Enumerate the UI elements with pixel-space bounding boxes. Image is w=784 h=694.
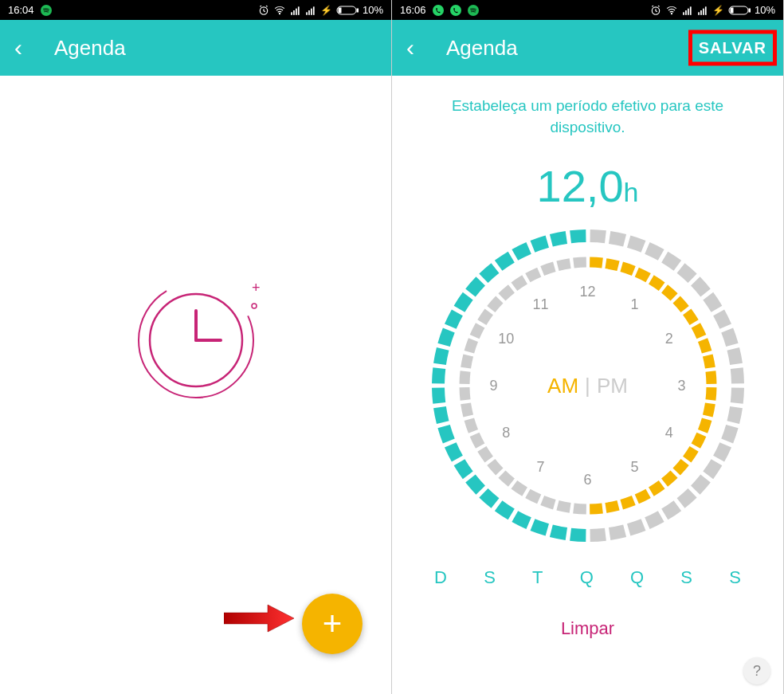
main-content: + + bbox=[0, 76, 391, 694]
plus-icon: + bbox=[323, 607, 343, 641]
time-unit: h bbox=[624, 177, 639, 207]
svg-rect-9 bbox=[311, 8, 312, 14]
status-bar: 16:06 ⚡ bbox=[392, 0, 783, 20]
spotify-icon bbox=[468, 5, 479, 16]
whatsapp-icon-2 bbox=[450, 5, 461, 16]
empty-clock-illustration: + bbox=[120, 265, 272, 419]
signal-icon bbox=[682, 5, 693, 16]
tutorial-arrow-icon bbox=[224, 603, 296, 637]
hour-4[interactable]: 4 bbox=[665, 425, 673, 441]
status-time: 16:04 bbox=[8, 4, 34, 16]
time-value-display: 12,0h bbox=[408, 160, 767, 212]
svg-point-21 bbox=[433, 5, 444, 16]
hour-1[interactable]: 1 bbox=[630, 296, 638, 312]
save-button[interactable]: SALVAR bbox=[688, 30, 777, 66]
alarm-icon bbox=[258, 5, 269, 16]
day-selector: DSTQQSS bbox=[416, 567, 759, 588]
svg-point-19 bbox=[252, 304, 257, 308]
hour-10[interactable]: 10 bbox=[498, 331, 514, 347]
svg-rect-27 bbox=[685, 10, 687, 15]
svg-rect-35 bbox=[749, 9, 751, 12]
signal-icon bbox=[290, 5, 301, 16]
whatsapp-icon bbox=[433, 5, 444, 16]
hour-8[interactable]: 8 bbox=[502, 425, 510, 441]
svg-rect-30 bbox=[698, 12, 700, 14]
svg-rect-26 bbox=[683, 12, 684, 14]
back-button[interactable]: ‹ bbox=[14, 34, 22, 61]
svg-rect-10 bbox=[313, 6, 315, 14]
instruction-text: Estabeleça um período efetivo para este … bbox=[408, 92, 767, 146]
pm-label[interactable]: PM bbox=[597, 374, 628, 398]
hour-5[interactable]: 5 bbox=[630, 459, 638, 476]
phone-right: 16:06 ⚡ bbox=[392, 0, 784, 694]
svg-marker-20 bbox=[224, 605, 294, 632]
svg-point-25 bbox=[671, 13, 672, 14]
app-header: ‹ Agenda SALVAR bbox=[392, 20, 783, 76]
hour-12[interactable]: 12 bbox=[579, 284, 595, 300]
signal-icon-2 bbox=[697, 5, 708, 16]
hour-9[interactable]: 9 bbox=[489, 378, 497, 394]
wifi-icon bbox=[273, 5, 286, 16]
battery-icon bbox=[728, 6, 751, 15]
back-button[interactable]: ‹ bbox=[406, 34, 414, 61]
clear-button[interactable]: Limpar bbox=[408, 618, 767, 639]
svg-rect-4 bbox=[293, 10, 295, 15]
charging-icon: ⚡ bbox=[712, 5, 724, 16]
svg-rect-12 bbox=[357, 9, 359, 12]
status-time: 16:06 bbox=[400, 4, 426, 16]
signal-icon-2 bbox=[305, 5, 316, 16]
charging-icon: ⚡ bbox=[320, 5, 332, 16]
day-2[interactable]: T bbox=[532, 567, 543, 588]
svg-rect-33 bbox=[705, 6, 707, 14]
day-0[interactable]: D bbox=[434, 567, 447, 588]
svg-rect-31 bbox=[700, 10, 702, 15]
day-6[interactable]: S bbox=[729, 567, 741, 588]
am-pm-toggle[interactable]: AM | PM bbox=[547, 374, 628, 398]
svg-rect-29 bbox=[690, 6, 692, 14]
day-3[interactable]: Q bbox=[580, 567, 594, 588]
day-1[interactable]: S bbox=[484, 567, 496, 588]
am-label[interactable]: AM bbox=[547, 374, 578, 398]
svg-rect-28 bbox=[688, 8, 689, 14]
svg-rect-8 bbox=[308, 10, 310, 15]
phone-left: 16:04 ⚡ 10% ‹ Agenda bbox=[0, 0, 392, 694]
hour-6[interactable]: 6 bbox=[583, 472, 591, 488]
battery-icon bbox=[336, 6, 359, 15]
app-header: ‹ Agenda bbox=[0, 20, 391, 76]
add-button[interactable]: + bbox=[302, 594, 363, 654]
hour-11[interactable]: 11 bbox=[532, 296, 548, 312]
battery-percent: 10% bbox=[363, 4, 383, 16]
hour-2[interactable]: 2 bbox=[665, 331, 673, 347]
svg-rect-32 bbox=[703, 8, 704, 14]
time-number: 12,0 bbox=[537, 161, 624, 211]
spotify-icon bbox=[41, 5, 52, 16]
svg-rect-13 bbox=[339, 8, 341, 13]
hour-7[interactable]: 7 bbox=[536, 459, 544, 476]
hour-3[interactable]: 3 bbox=[677, 378, 685, 394]
svg-point-22 bbox=[450, 5, 461, 16]
svg-rect-7 bbox=[306, 12, 308, 14]
svg-point-2 bbox=[279, 13, 280, 14]
svg-rect-5 bbox=[296, 8, 297, 14]
day-4[interactable]: Q bbox=[630, 567, 644, 588]
am-pm-separator: | bbox=[585, 374, 590, 398]
help-button[interactable]: ? bbox=[743, 657, 770, 684]
wifi-icon bbox=[665, 5, 678, 16]
svg-rect-36 bbox=[731, 8, 733, 13]
status-bar: 16:04 ⚡ 10% bbox=[0, 0, 391, 20]
day-5[interactable]: S bbox=[680, 567, 692, 588]
page-title: Agenda bbox=[446, 36, 518, 61]
page-title: Agenda bbox=[54, 36, 126, 61]
svg-rect-3 bbox=[291, 12, 292, 14]
main-content: Estabeleça um período efetivo para este … bbox=[392, 76, 783, 694]
svg-text:+: + bbox=[252, 280, 261, 296]
alarm-icon bbox=[650, 5, 661, 16]
svg-rect-6 bbox=[298, 6, 300, 14]
time-picker[interactable]: AM | PM 121234567891011 bbox=[429, 226, 747, 545]
battery-percent: 10% bbox=[755, 4, 775, 16]
